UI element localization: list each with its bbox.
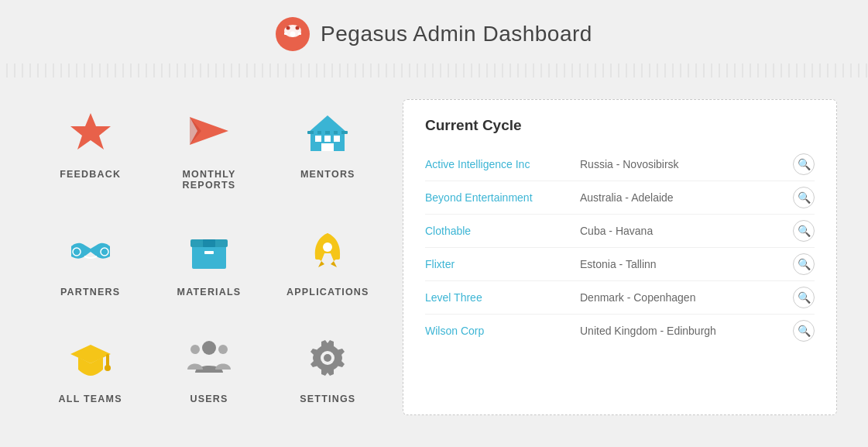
zoom-button[interactable]: 🔍 <box>793 253 815 275</box>
page-title: Pegasus Admin Dashboard <box>321 22 592 46</box>
svg-point-27 <box>323 242 332 252</box>
svg-rect-28 <box>315 255 321 260</box>
monthly-reports-item[interactable]: MONTHLY REPORTS <box>149 91 268 209</box>
team-name[interactable]: Beyond Entertainment <box>425 191 580 204</box>
building-icon <box>300 105 355 160</box>
team-location: Cuba - Havana <box>580 225 793 237</box>
svg-rect-19 <box>330 125 334 134</box>
users-item[interactable]: USERS <box>149 316 268 423</box>
svg-rect-25 <box>203 239 215 247</box>
table-row: Clothable Cuba - Havana 🔍 <box>425 215 815 248</box>
rocket-icon <box>300 223 355 277</box>
team-location: Denmark - Copenhagen <box>580 291 793 304</box>
main-content: FEEDBACK MONTHLY REPORTS <box>0 91 868 423</box>
header: Pegasus Admin Dashboard <box>0 0 868 64</box>
svg-rect-18 <box>321 125 325 134</box>
monthly-reports-label: MONTHLY REPORTS <box>157 169 260 191</box>
svg-rect-12 <box>315 136 321 142</box>
zoom-button[interactable]: 🔍 <box>793 187 815 208</box>
gear-icon <box>300 330 355 384</box>
svg-rect-26 <box>204 251 214 254</box>
team-name[interactable]: Wilson Corp <box>425 325 580 337</box>
cycle-title: Current Cycle <box>425 117 815 134</box>
svg-rect-16 <box>307 131 348 134</box>
partners-item[interactable]: PARTNERS <box>31 209 149 316</box>
team-name[interactable]: Active Intelligence Inc <box>425 158 580 170</box>
team-name[interactable]: Flixter <box>425 258 580 270</box>
applications-label: APPLICATIONS <box>286 287 369 297</box>
svg-rect-17 <box>314 128 317 134</box>
materials-item[interactable]: MATERIALS <box>149 209 268 316</box>
svg-point-34 <box>190 345 200 354</box>
materials-label: MATERIALS <box>177 287 242 297</box>
svg-rect-14 <box>334 136 340 142</box>
all-teams-item[interactable]: ALL TEAMS <box>31 316 149 423</box>
zoom-button[interactable]: 🔍 <box>793 153 815 175</box>
current-cycle-box: Current Cycle Active Intelligence Inc Ru… <box>403 99 837 415</box>
mentors-item[interactable]: MENTORS <box>269 91 387 209</box>
team-name[interactable]: Clothable <box>425 225 580 237</box>
wave-divider <box>0 64 868 77</box>
zoom-button[interactable]: 🔍 <box>793 320 815 342</box>
all-teams-label: ALL TEAMS <box>59 394 122 404</box>
svg-point-3 <box>296 26 300 30</box>
feedback-label: FEEDBACK <box>60 169 121 180</box>
team-location: Russia - Novosibirsk <box>580 158 793 170</box>
paper-plane-icon <box>182 105 236 160</box>
svg-rect-5 <box>284 33 287 35</box>
feedback-item[interactable]: FEEDBACK <box>31 91 149 209</box>
handshake-icon <box>63 223 118 277</box>
zoom-button[interactable]: 🔍 <box>793 220 815 242</box>
svg-rect-23 <box>192 244 226 269</box>
table-row: Wilson Corp United Kingdom - Edinburgh 🔍 <box>425 315 815 347</box>
team-location: Estonia - Tallinn <box>580 258 793 270</box>
users-label: USERS <box>190 394 228 404</box>
table-row: Active Intelligence Inc Russia - Novosib… <box>425 148 815 181</box>
svg-point-37 <box>324 354 331 362</box>
icons-section: FEEDBACK MONTHLY REPORTS <box>31 91 387 423</box>
box-icon <box>182 223 236 277</box>
applications-item[interactable]: APPLICATIONS <box>269 209 387 316</box>
svg-marker-7 <box>70 113 111 150</box>
svg-rect-13 <box>324 136 331 142</box>
zoom-button[interactable]: 🔍 <box>793 287 815 308</box>
mentors-label: MENTORS <box>300 169 355 180</box>
svg-marker-30 <box>70 345 111 363</box>
team-location: Australia - Adelaide <box>580 191 793 204</box>
svg-rect-31 <box>106 354 109 366</box>
team-name[interactable]: Level Three <box>425 291 580 304</box>
teams-list: Active Intelligence Inc Russia - Novosib… <box>425 148 815 347</box>
svg-rect-6 <box>298 33 301 35</box>
svg-point-35 <box>218 345 228 354</box>
svg-point-33 <box>202 341 216 355</box>
svg-point-2 <box>286 26 290 30</box>
settings-label: SETTINGS <box>300 394 355 404</box>
svg-rect-20 <box>338 128 341 134</box>
svg-point-21 <box>73 248 81 256</box>
pegasus-logo <box>276 17 310 51</box>
settings-item[interactable]: SETTINGS <box>269 316 387 423</box>
svg-rect-15 <box>321 143 334 151</box>
team-location: United Kingdom - Edinburgh <box>580 325 793 337</box>
feedback-icon <box>63 105 118 160</box>
svg-point-32 <box>105 365 111 371</box>
table-row: Flixter Estonia - Tallinn 🔍 <box>425 248 815 281</box>
table-row: Beyond Entertainment Australia - Adelaid… <box>425 181 815 215</box>
partners-label: PARTNERS <box>60 287 120 297</box>
svg-point-4 <box>290 32 296 37</box>
graduation-icon <box>63 330 118 384</box>
table-row: Level Three Denmark - Copenhagen 🔍 <box>425 281 815 315</box>
svg-point-22 <box>101 248 108 256</box>
svg-rect-29 <box>334 255 340 260</box>
users-icon <box>182 330 236 384</box>
